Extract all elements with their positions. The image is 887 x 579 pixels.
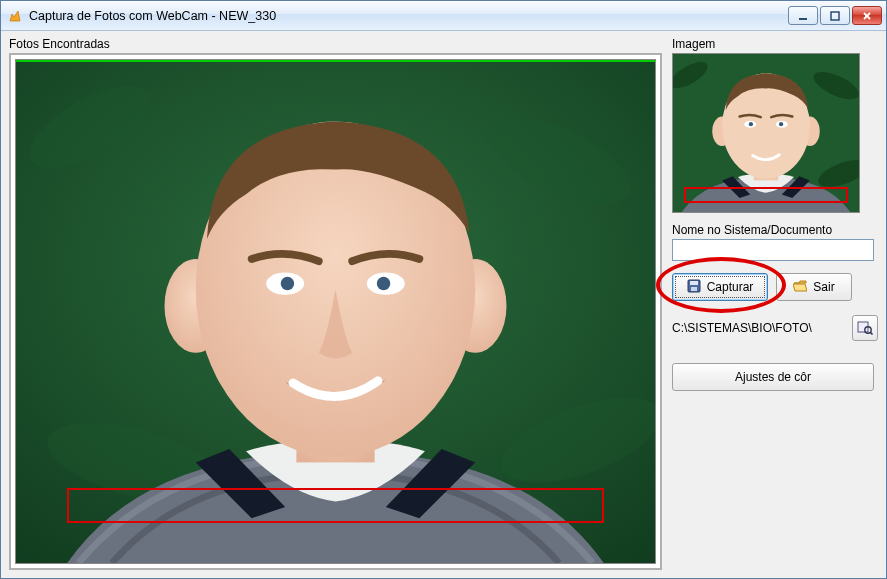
find-icon — [857, 319, 873, 338]
close-button[interactable] — [852, 6, 882, 25]
minimize-button[interactable] — [788, 6, 818, 25]
svg-rect-1 — [799, 18, 807, 20]
svg-rect-31 — [690, 281, 698, 285]
color-adjust-button[interactable]: Ajustes de côr — [672, 363, 874, 391]
exit-button[interactable]: Sair — [776, 273, 852, 301]
exit-button-label: Sair — [813, 280, 834, 294]
svg-rect-2 — [831, 12, 839, 20]
svg-line-35 — [870, 332, 872, 334]
color-adjust-label: Ajustes de côr — [735, 370, 811, 384]
client-area: Fotos Encontradas — [1, 31, 886, 578]
save-path: C:\SISTEMAS\BIO\FOTO\ — [672, 321, 846, 335]
svg-point-29 — [779, 122, 783, 126]
svg-marker-0 — [10, 11, 20, 21]
titlebar: Captura de Fotos com WebCam - NEW_330 — [1, 1, 886, 31]
svg-point-28 — [749, 122, 753, 126]
name-field-label: Nome no Sistema/Documento — [672, 223, 878, 237]
svg-rect-32 — [691, 287, 697, 291]
left-column: Fotos Encontradas — [9, 37, 662, 570]
capture-button[interactable]: Capturar — [672, 273, 768, 301]
window-title: Captura de Fotos com WebCam - NEW_330 — [29, 9, 788, 23]
app-icon — [7, 8, 23, 24]
svg-point-16 — [281, 277, 294, 290]
found-photos-label: Fotos Encontradas — [9, 37, 662, 51]
image-label: Imagem — [672, 37, 878, 51]
right-column: Imagem — [672, 37, 878, 570]
capture-button-label: Capturar — [707, 280, 754, 294]
photo-frame — [9, 53, 662, 570]
svg-point-17 — [377, 277, 390, 290]
app-window: Captura de Fotos com WebCam - NEW_330 Fo… — [0, 0, 887, 579]
detection-rect — [67, 488, 604, 523]
folder-open-icon — [793, 280, 807, 295]
maximize-button[interactable] — [820, 6, 850, 25]
save-icon — [687, 279, 701, 296]
main-photo — [15, 59, 656, 564]
window-controls — [788, 6, 882, 25]
name-input[interactable] — [672, 239, 874, 261]
thumbnail — [672, 53, 860, 213]
browse-path-button[interactable] — [852, 315, 878, 341]
detection-rect-thumb — [684, 187, 848, 203]
